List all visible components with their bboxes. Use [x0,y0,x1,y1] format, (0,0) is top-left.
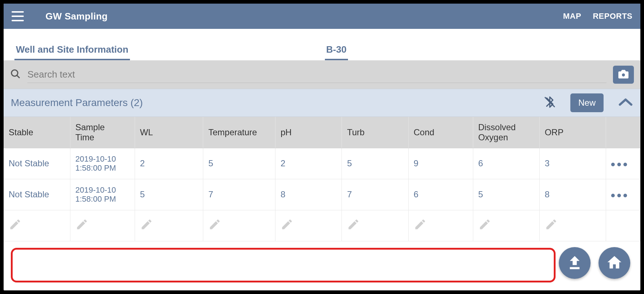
col-sample-time: Sample Time [70,117,135,148]
pencil-icon [280,218,293,233]
edit-cell-stable[interactable] [4,210,70,241]
cell-cond: 9 [408,148,473,179]
pencil-icon [545,218,558,233]
cell-orp: 8 [539,179,606,210]
cell-wl: 2 [135,148,203,179]
svg-line-1 [17,75,19,78]
pencil-icon [478,218,491,233]
home-button[interactable] [599,247,630,279]
col-stable: Stable [4,117,70,148]
pencil-icon [140,218,153,233]
cell-do: 5 [473,179,539,210]
row-actions [606,148,640,179]
row-actions [606,179,640,210]
col-temperature: Temperature [203,117,275,148]
search-bar [4,61,640,89]
edit-cell-cond[interactable] [408,210,473,241]
pencil-icon [347,218,360,233]
edit-cell-temperature[interactable] [203,210,275,241]
cell-sample-time: 2019-10-10 1:58:00 PM [70,179,135,210]
cell-temperature: 7 [203,179,275,210]
menu-icon[interactable] [12,11,24,21]
cell-stable: Not Stable [4,148,70,179]
cell-stable: Not Stable [4,179,70,210]
app-title: GW Sampling [45,11,108,22]
tab-well-info[interactable]: Well and Site Information [14,40,130,60]
nav-reports[interactable]: REPORTS [593,12,632,21]
edit-cell-time[interactable] [70,210,135,241]
svg-rect-5 [570,267,580,269]
edit-cell-do[interactable] [473,210,539,241]
upload-icon [566,254,583,272]
chevron-up-icon[interactable] [618,97,633,109]
svg-point-0 [12,70,18,76]
col-cond: Cond [408,117,473,148]
edit-cell-ph[interactable] [275,210,342,241]
pencil-icon [9,218,22,233]
highlight-annotation [11,248,556,282]
more-icon[interactable] [611,163,627,166]
upload-button[interactable] [559,247,591,279]
tabs-row: Well and Site Information B-30 [4,29,640,61]
edit-cell-turb[interactable] [342,210,408,241]
cell-ph: 2 [275,148,342,179]
cell-orp: 3 [539,148,606,179]
measurements-table: Stable Sample Time WL Temperature pH Tur… [4,117,640,241]
edit-cell-orp[interactable] [539,210,606,241]
cell-turb: 7 [342,179,408,210]
table-row[interactable]: Not Stable 2019-10-10 1:58:00 PM 5 7 8 7… [4,179,640,210]
home-icon [606,254,623,272]
table-row[interactable]: Not Stable 2019-10-10 1:58:00 PM 2 5 2 5… [4,148,640,179]
cell-sample-time: 2019-10-10 1:58:00 PM [70,148,135,179]
section-header: Measurement Parameters (2) New [4,89,640,117]
cell-do: 6 [473,148,539,179]
cell-turb: 5 [342,148,408,179]
cell-wl: 5 [135,179,203,210]
col-turb: Turb [342,117,408,148]
search-input[interactable] [27,66,606,83]
col-actions [606,117,640,148]
section-title: Measurement Parameters (2) [11,97,544,109]
search-icon[interactable] [10,69,21,81]
more-icon[interactable] [611,194,627,197]
new-button[interactable]: New [570,93,604,112]
bluetooth-off-icon[interactable] [544,95,556,111]
col-dissolved-oxygen: Dissolved Oxygen [473,117,539,148]
camera-icon [617,69,630,80]
cell-ph: 8 [275,179,342,210]
table-header-row: Stable Sample Time WL Temperature pH Tur… [4,117,640,148]
cell-cond: 6 [408,179,473,210]
pencil-icon [414,218,427,233]
col-ph: pH [275,117,342,148]
edit-row [4,210,640,241]
tab-well-id[interactable]: B-30 [325,40,348,60]
nav-map[interactable]: MAP [563,12,581,21]
camera-button[interactable] [613,66,634,84]
cell-temperature: 5 [203,148,275,179]
col-wl: WL [135,117,203,148]
app-bar: GW Sampling MAP REPORTS [4,4,640,29]
pencil-icon [75,218,88,233]
col-orp: ORP [539,117,606,148]
edit-cell-wl[interactable] [135,210,203,241]
pencil-icon [208,218,221,233]
